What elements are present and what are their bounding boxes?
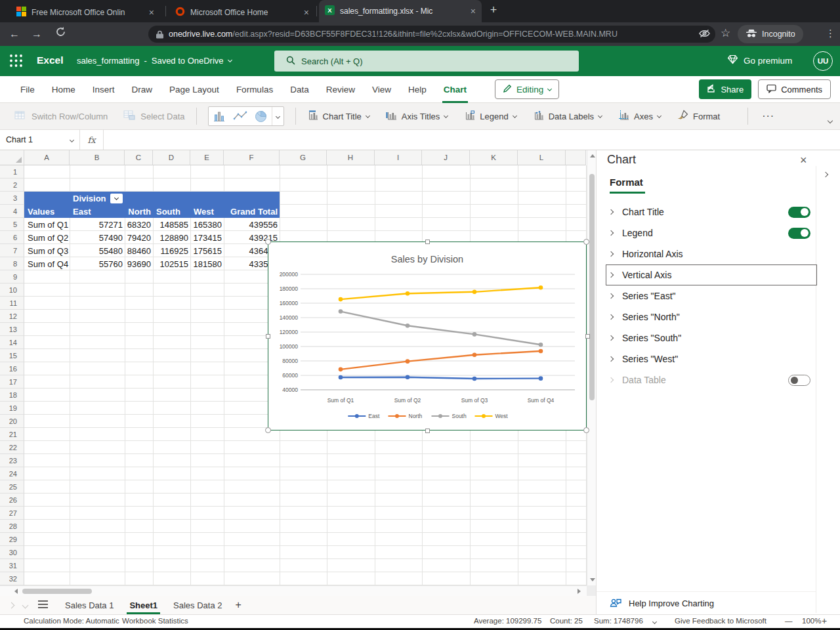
close-icon[interactable]: × [800,154,807,167]
row-header-21[interactable]: 21 [0,428,24,441]
legend-dropdown[interactable]: Legend [464,110,516,122]
resize-handle[interactable] [266,334,270,339]
col-header-H[interactable]: H [327,150,375,165]
horizontal-scrollbar[interactable] [0,585,587,596]
row-header-6[interactable]: 6 [0,231,24,244]
eye-off-icon[interactable] [698,28,711,42]
panel-item-legend[interactable]: Legend [606,222,817,243]
row-header-11[interactable]: 11 [0,297,24,310]
doc-name[interactable]: sales_formatting [77,56,139,66]
save-status[interactable]: Saved to OneDrive [152,56,224,66]
table-col-header[interactable]: South [153,205,190,218]
chevron-down-icon[interactable] [228,57,232,62]
table-cell[interactable]: 165380 [190,218,224,231]
col-header-L[interactable]: L [518,150,566,165]
col-header-partial[interactable] [566,150,586,165]
tab-format[interactable]: Format [610,177,643,188]
panel-item-horizontal-axis[interactable]: Horizontal Axis [606,243,817,264]
ribbon-tab-review[interactable]: Review [318,76,364,103]
table-row-label[interactable]: Sum of Q3 [24,244,70,257]
data-labels-dropdown[interactable]: Data Labels [533,110,602,122]
table-col-header[interactable]: Values [24,205,70,218]
col-header-E[interactable]: E [190,150,224,165]
comments-button[interactable]: Comments [758,79,831,99]
ribbon-tab-file[interactable]: File [12,76,43,103]
scroll-down-icon[interactable] [590,578,595,581]
table-cell[interactable]: 88460 [125,244,153,257]
resize-handle[interactable] [425,240,430,244]
row-header-26[interactable]: 26 [0,494,24,507]
back-icon[interactable]: ← [9,28,20,41]
table-cell[interactable]: 93690 [125,257,153,270]
row-header-29[interactable]: 29 [0,533,24,546]
col-header-K[interactable]: K [470,150,518,165]
column-chart-icon[interactable] [209,107,230,125]
toggle-on[interactable] [788,207,810,218]
chart-type-dropdown-icon[interactable] [272,107,284,125]
table-row-label[interactable]: Sum of Q2 [24,231,70,244]
col-header-G[interactable]: G [280,150,327,165]
editing-mode-button[interactable]: Editing [495,79,559,99]
row-header-2[interactable]: 2 [0,178,24,192]
search-input[interactable]: Search (Alt + Q) [274,51,579,72]
filter-dropdown-button[interactable] [110,194,123,203]
row-header-17[interactable]: 17 [0,375,24,388]
sheet-prev-icon[interactable] [9,602,15,608]
table-cell[interactable]: 439556 [224,218,280,231]
axis-titles-dropdown[interactable]: Axis Titles [386,110,448,122]
table-cell[interactable]: 128890 [153,231,190,244]
panel-item-series-south[interactable]: Series "South" [606,327,817,348]
sheet-tab-sales-data-2[interactable]: Sales Data 2 [165,596,230,614]
ribbon-tab-help[interactable]: Help [400,76,435,103]
name-box[interactable]: Chart 1 [0,130,80,150]
forward-icon[interactable]: → [32,28,42,41]
chart-title-dropdown[interactable]: Chart Title [307,110,369,122]
table-cell[interactable]: 175615 [190,244,224,257]
url-bar[interactable]: onedrive.live.com/edit.aspx?resid=D63BCF… [148,26,715,43]
ribbon-tab-insert[interactable]: Insert [84,76,123,103]
row-header-31[interactable]: 31 [0,559,24,572]
sheet-next-icon[interactable] [22,602,29,608]
sheet-list-icon[interactable] [38,599,48,611]
ribbon-more-button[interactable]: ··· [762,110,774,122]
zoom-out-button[interactable]: — [785,617,793,625]
go-premium-button[interactable]: Go premium [727,54,792,66]
col-header-A[interactable]: A [24,150,70,165]
select-all-corner[interactable] [0,150,24,165]
ribbon-tab-home[interactable]: Home [43,76,84,103]
horizontal-scroll-thumb[interactable] [22,589,92,594]
calculation-mode[interactable]: Calculation Mode: Automatic [24,617,119,625]
table-cell[interactable]: 57271 [70,218,125,231]
table-col-header[interactable]: Grand Total [224,205,280,218]
ribbon-tab-view[interactable]: View [364,76,400,103]
browser-menu-icon[interactable]: ⋮ [826,27,835,40]
insert-function-button[interactable]: fx [80,130,104,150]
reload-icon[interactable] [55,26,66,41]
row-header-7[interactable]: 7 [0,244,24,257]
ribbon-tab-chart[interactable]: Chart [435,76,475,103]
table-col-header[interactable]: North [125,205,153,218]
row-header-8[interactable]: 8 [0,257,24,270]
row-header-18[interactable]: 18 [0,388,24,402]
sales-chart[interactable]: 2000001800001600001400001200001000008000… [268,242,586,430]
table-row-label[interactable]: Sum of Q4 [24,257,70,270]
col-header-D[interactable]: D [153,150,190,165]
row-header-30[interactable]: 30 [0,546,24,559]
sheet-tab-sheet1[interactable]: Sheet1 [121,596,165,614]
pie-chart-icon[interactable] [251,107,272,125]
panel-item-series-west[interactable]: Series "West" [606,348,817,369]
ribbon-tab-formulas[interactable]: Formulas [228,76,282,103]
help-improve-charting[interactable]: Help Improve Charting [597,591,816,614]
col-header-I[interactable]: I [375,150,422,165]
table-row-label[interactable]: Sum of Q1 [24,218,70,231]
row-header-13[interactable]: 13 [0,323,24,336]
row-header-4[interactable]: 4 [0,205,24,218]
col-header-B[interactable]: B [70,150,125,165]
chevron-right-icon[interactable] [608,251,614,257]
toggle-on[interactable] [788,228,810,239]
close-icon[interactable]: × [471,7,476,16]
row-header-25[interactable]: 25 [0,480,24,494]
formula-input[interactable] [104,130,840,150]
chevron-right-icon[interactable] [608,314,614,320]
app-launcher-icon[interactable] [9,54,23,70]
